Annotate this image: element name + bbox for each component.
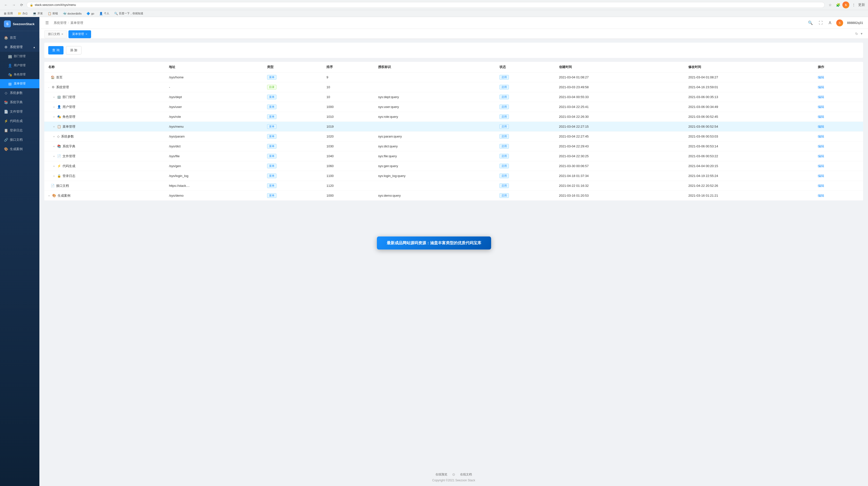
expand-icon[interactable]: + — [53, 135, 55, 138]
cell-created: 2021-03-30 00:06:57 — [555, 161, 685, 171]
expand-icon[interactable]: + — [48, 194, 50, 197]
cell-type: 菜单 — [263, 191, 322, 201]
expand-icon[interactable]: + — [53, 106, 55, 109]
bookmark-go-label: go — [91, 12, 94, 15]
expand-icon[interactable]: + — [53, 125, 55, 128]
edit-link[interactable]: 编辑 — [818, 115, 824, 118]
bookmark-baidu[interactable]: 🔍 百度一下，你就知道 — [113, 11, 144, 16]
cell-path: /sys/login_log — [165, 171, 263, 181]
status-badge: 启用 — [499, 164, 509, 168]
bookmark-office[interactable]: 📁 办公 — [17, 11, 29, 16]
expand-icon[interactable]: + — [53, 115, 55, 118]
app-container: S SeezoonStack 🏠 首页 ⚙ 系统管理 ▲ 🏢 部门管理 — [0, 17, 868, 486]
status-badge: 启用 — [499, 134, 509, 139]
back-button[interactable]: ← — [3, 2, 9, 8]
tab-apidocs[interactable]: 接口文档 ✕ — [44, 30, 67, 38]
sidebar-dept-label: 部门管理 — [14, 54, 26, 58]
cell-order: 10 — [322, 82, 374, 92]
expand-icon[interactable]: + — [53, 165, 55, 168]
edit-link[interactable]: 编辑 — [818, 184, 824, 188]
sidebar-item-demo[interactable]: 🎨 生成案例 — [0, 144, 39, 154]
tabs-more-button[interactable]: ▼ — [860, 32, 863, 35]
personal-icon: 👤 — [99, 12, 103, 15]
sidebar-item-loginlog[interactable]: 📋 登录日志 — [0, 126, 39, 135]
sidebar-item-dept[interactable]: 🏢 部门管理 — [0, 52, 39, 61]
name-label: 首页 — [56, 75, 63, 80]
status-badge: 启用 — [499, 114, 509, 119]
edit-link[interactable]: 编辑 — [818, 105, 824, 109]
name-icon: ⚡ — [57, 164, 61, 168]
cell-modified: 2021-03-06 00:34:49 — [684, 102, 814, 112]
tab-menu[interactable]: 菜单管理 ✕ — [68, 30, 91, 38]
bookmark-apps[interactable]: ⊞ 应用 — [3, 11, 14, 16]
edit-link[interactable]: 编辑 — [818, 174, 824, 178]
sidebar-item-codegen[interactable]: ⚡ 代码生成 — [0, 116, 39, 126]
tab-menu-close[interactable]: ✕ — [86, 33, 87, 35]
sidebar-apidocs-label: 接口文档 — [10, 138, 23, 142]
update-button[interactable]: 更新 — [858, 1, 865, 8]
search-submit-button[interactable]: 查 询 — [48, 46, 63, 54]
name-icon: 📋 — [57, 125, 61, 128]
sidebar-item-menu[interactable]: ▤ 菜单管理 — [0, 79, 39, 88]
cell-type: 菜单 — [263, 151, 322, 161]
name-icon: 📚 — [57, 144, 61, 148]
bookmark-dev[interactable]: 💻 开发 — [32, 11, 44, 16]
url-bar[interactable]: 🔒 stack.seezoon.com/#/sys/menu — [27, 2, 825, 8]
sidebar-item-users[interactable]: 👤 用户管理 — [0, 61, 39, 70]
type-tag: 菜单 — [267, 134, 276, 139]
name-icon: 🎨 — [52, 194, 56, 197]
edit-link[interactable]: 编辑 — [818, 154, 824, 158]
bookmark-star-button[interactable]: ☆ — [827, 1, 834, 8]
cell-path: https://stack.... — [165, 181, 263, 191]
sidebar-item-roles[interactable]: 🎭 角色管理 — [0, 70, 39, 79]
footer-docs-link[interactable]: 在线文档 — [460, 473, 472, 477]
add-button[interactable]: 添 加 — [66, 46, 82, 54]
edit-link[interactable]: 编辑 — [818, 144, 824, 148]
edit-link[interactable]: 编辑 — [818, 125, 824, 128]
expand-icon[interactable]: + — [53, 96, 55, 98]
col-created: 创建时间 — [555, 62, 685, 73]
translate-button[interactable]: A — [828, 20, 832, 26]
app-header: ☰ 系统管理 / 菜单管理 🔍 ⛶ A S 888882q31 — [39, 17, 868, 29]
edit-link[interactable]: 编辑 — [818, 85, 824, 89]
sidebar-item-params[interactable]: ◇ 系统参数 — [0, 88, 39, 97]
bookmark-personal[interactable]: 👤 个人 — [98, 11, 110, 16]
edit-link[interactable]: 编辑 — [818, 76, 824, 79]
more-button[interactable]: ⋮ — [850, 1, 857, 8]
bookmark-go[interactable]: 🔷 go — [86, 11, 95, 16]
edit-link[interactable]: 编辑 — [818, 194, 824, 197]
table-row: 📄 接口文档 https://stack.... 菜单 1120 启用 2021… — [44, 181, 863, 191]
bookmark-docker[interactable]: 🐳 docker&k8s — [62, 11, 83, 16]
edit-link[interactable]: 编辑 — [818, 95, 824, 99]
table-row: - ⚙ 系统管理 - 目录 10 启用 2021-03-03 23:49:58 … — [44, 82, 863, 92]
expand-icon[interactable]: + — [53, 155, 55, 158]
extensions-button[interactable]: 🧩 — [835, 1, 841, 8]
menu-toggle-button[interactable]: ☰ — [44, 20, 50, 26]
sidebar-item-system[interactable]: ⚙ 系统管理 ▲ — [0, 42, 39, 52]
bookmark-frontend[interactable]: 📋 前端 — [47, 11, 59, 16]
forward-button[interactable]: → — [11, 2, 17, 8]
expand-icon[interactable]: + — [53, 174, 55, 177]
tab-refresh-button[interactable]: ↻ — [855, 32, 858, 36]
status-badge: 启用 — [499, 183, 509, 188]
docker-icon: 🐳 — [63, 12, 66, 15]
edit-link[interactable]: 编辑 — [818, 164, 824, 168]
tab-apidocs-close[interactable]: ✕ — [61, 33, 63, 35]
refresh-button[interactable]: ⟳ — [19, 2, 25, 8]
roles-icon: 🎭 — [8, 73, 12, 77]
sidebar-item-home[interactable]: 🏠 首页 — [0, 33, 39, 42]
cell-modified: 2021-03-16 01:21:21 — [684, 191, 814, 201]
expand-icon[interactable]: + — [53, 145, 55, 148]
footer-links: 在线预览 ⊙ 在线文档 — [43, 473, 864, 477]
fullscreen-button[interactable]: ⛶ — [818, 20, 824, 26]
sidebar-item-apidocs[interactable]: 🔗 接口文档 — [0, 135, 39, 144]
sidebar-item-dict[interactable]: 📚 系统字典 — [0, 97, 39, 107]
bookmarks-bar: ⊞ 应用 📁 办公 💻 开发 📋 前端 🐳 docker&k8s 🔷 go 👤 … — [0, 10, 868, 17]
search-button[interactable]: 🔍 — [807, 20, 814, 26]
footer-preview-link[interactable]: 在线预览 — [435, 473, 447, 477]
expand-icon[interactable]: - — [48, 86, 49, 89]
profile-button[interactable]: S — [842, 1, 849, 8]
cell-path: /sys/user — [165, 102, 263, 112]
sidebar-item-files[interactable]: 📄 文件管理 — [0, 107, 39, 116]
edit-link[interactable]: 编辑 — [818, 135, 824, 138]
